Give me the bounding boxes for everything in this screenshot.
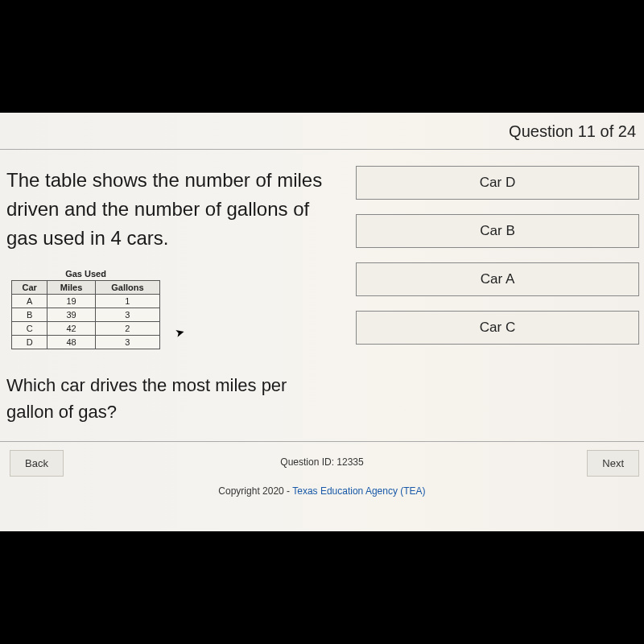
table-title: Gas Used bbox=[11, 269, 160, 279]
next-button[interactable]: Next bbox=[587, 450, 639, 477]
answer-option-a[interactable]: Car A bbox=[356, 262, 639, 296]
col-gallons: Gallons bbox=[95, 281, 159, 295]
question-ask-text: Which car drives the most miles per gall… bbox=[6, 372, 332, 425]
col-car: Car bbox=[12, 281, 47, 295]
back-button[interactable]: Back bbox=[10, 450, 64, 477]
table-row: D 48 3 bbox=[12, 336, 160, 349]
answers-column: Car D Car B Car A Car C bbox=[348, 166, 644, 441]
col-miles: Miles bbox=[47, 281, 95, 295]
question-intro-text: The table shows the number of miles driv… bbox=[6, 166, 332, 253]
data-table-wrap: Gas Used Car Miles Gallons A 19 1 bbox=[11, 269, 332, 349]
table-row: A 19 1 bbox=[12, 295, 160, 308]
copyright-text: Copyright 2020 - Texas Education Agency … bbox=[0, 485, 644, 497]
question-column: The table shows the number of miles driv… bbox=[0, 166, 348, 441]
header-bar: Question 11 of 24 bbox=[0, 113, 644, 150]
content-area: The table shows the number of miles driv… bbox=[0, 150, 644, 442]
question-counter: Question 11 of 24 bbox=[509, 122, 636, 140]
answer-option-c[interactable]: Car C bbox=[356, 311, 639, 345]
answer-option-d[interactable]: Car D bbox=[356, 166, 639, 200]
question-id-label: Question ID: 12335 bbox=[0, 456, 644, 468]
answer-option-b[interactable]: Car B bbox=[356, 214, 639, 248]
gas-used-table: Car Miles Gallons A 19 1 B 3 bbox=[11, 280, 160, 349]
quiz-screen: Question 11 of 24 The table shows the nu… bbox=[0, 113, 644, 531]
table-row: B 39 3 bbox=[12, 308, 160, 322]
footer-bar: Back Question ID: 12335 Next Copyright 2… bbox=[0, 442, 644, 497]
tea-link[interactable]: Texas Education Agency (TEA) bbox=[292, 485, 425, 497]
table-row: C 42 2 bbox=[12, 322, 160, 336]
